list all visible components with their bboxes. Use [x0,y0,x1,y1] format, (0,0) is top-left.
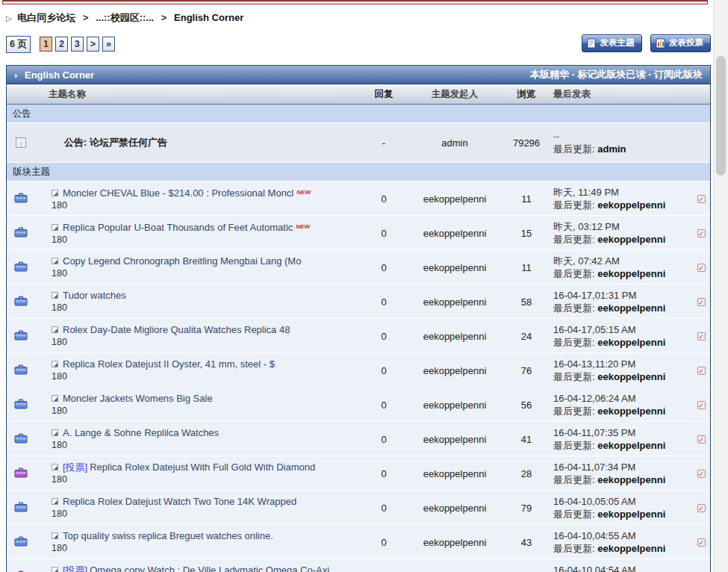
poll-prefix: [投票] [63,461,87,473]
table-row: Rolex Day-Date Migliore Qualita Watches … [7,319,710,353]
folder-icon [14,330,28,343]
last-post-user-link[interactable]: eekoppelpenni [597,337,665,348]
last-post-date: 16-04-13,11:20 PM [553,358,692,370]
last-post-user-link[interactable]: eekoppelpenni [597,371,665,382]
thread-title-link[interactable]: A. Lange & Sohne Replilca Watches [63,427,219,438]
page-1-button[interactable]: 1 [40,37,52,52]
thread-title-link[interactable]: Replica Popular U-Boat Thousands of Feet… [63,222,293,233]
post-indicator-icon[interactable] [52,429,58,436]
thread-title-link[interactable]: Omega copy Watch : De Ville Ladymatic Om… [90,565,329,572]
last-post-user-link[interactable]: eekoppelpenni [597,509,665,520]
next-page-button[interactable]: > [87,37,99,52]
starter-link[interactable]: eekoppelpenni [423,193,487,205]
column-views: 浏览 [500,88,553,101]
starter-link[interactable]: eekoppelpenni [423,296,487,308]
scrollbar-thumb[interactable] [716,56,726,175]
views-count: 79 [500,495,553,520]
post-indicator-icon[interactable] [52,498,58,505]
post-indicator-icon[interactable] [52,464,58,470]
last-update-label: 最后更新: [553,371,595,382]
checkbox-icon[interactable] [697,195,706,203]
board-links[interactable]: 本版精华 - 标记此版块已读 - 订阅此版块 [530,68,703,81]
starter-link[interactable]: eekoppelpenni [423,365,487,376]
last-post-date: 16-04-10,05:05 AM [553,495,692,508]
last-post-user-link[interactable]: eekoppelpenni [597,199,665,211]
post-indicator-icon[interactable] [52,292,58,299]
starter-link[interactable]: eekoppelpenni [423,331,487,342]
thread-subtext: 180 [35,508,358,520]
last-post-user-link[interactable]: eekoppelpenni [597,302,665,314]
page-3-button[interactable]: 3 [71,37,84,52]
checkbox-icon[interactable] [697,367,706,375]
announcement-last-date: -- [553,130,692,143]
table-row: Replica Popular U-Boat Thousands of Feet… [7,216,710,250]
new-topic-icon [587,38,597,49]
checkbox-icon[interactable] [697,401,706,409]
announcement-starter-link[interactable]: admin [441,137,467,149]
last-post-user-link[interactable]: eekoppelpenni [597,234,665,245]
starter-link[interactable]: eekoppelpenni [423,537,487,548]
last-page-button[interactable]: » [102,37,115,52]
post-indicator-icon[interactable] [52,395,58,402]
checkbox-icon[interactable] [697,538,706,547]
post-indicator-icon[interactable] [52,326,58,333]
thread-title-link[interactable]: Replica Rolex Datejust II Oyster, 41 mm,… [63,358,275,370]
post-indicator-icon[interactable] [52,361,58,367]
post-indicator-icon[interactable] [52,224,58,231]
thread-title-link[interactable]: Moncler Jackets Womens Big Sale [63,393,213,404]
table-row: [投票]Replica Rolex Datejust With Full Gol… [7,456,710,491]
thread-title-link[interactable]: Top quality swiss replica Breguet watche… [63,530,273,541]
replies-count: 0 [358,323,410,349]
starter-link[interactable]: eekoppelpenni [423,503,487,514]
new-topic-button[interactable]: 发表主题 [582,34,642,52]
checkbox-icon[interactable] [697,298,706,306]
last-update-label: 最后更新: [553,337,595,348]
starter-link[interactable]: eekoppelpenni [423,468,487,479]
starter-link[interactable]: eekoppelpenni [423,262,487,273]
replies-count: 0 [358,461,410,486]
last-post-user-link[interactable]: eekoppelpenni [597,268,665,279]
post-indicator-icon[interactable] [52,567,58,572]
checkbox-icon[interactable] [697,229,706,237]
checkbox-icon[interactable] [697,435,706,444]
folder-icon [14,433,28,446]
thread-title-link[interactable]: Rolex Day-Date Migliore Qualita Watches … [63,324,290,335]
table-row: Replica Rolex Datejust Watch Two Tone 14… [7,491,710,525]
last-post-date: 16-04-11,07:34 PM [553,461,692,473]
new-badge: NEW [296,189,311,196]
starter-link[interactable]: eekoppelpenni [423,400,487,411]
page-2-button[interactable]: 2 [55,37,68,52]
checkbox-icon[interactable] [697,504,706,512]
last-post-user-link[interactable]: eekoppelpenni [597,440,665,451]
checkbox-icon[interactable] [697,470,706,478]
checkbox-icon[interactable] [697,332,706,341]
last-post-user-link[interactable]: eekoppelpenni [597,543,665,554]
thread-title-link[interactable]: Copy Legend Chronograph Breitling Mengba… [63,255,301,267]
thread-subtext: 180 [35,267,358,279]
post-indicator-icon[interactable] [52,258,58,264]
last-post-user-link[interactable]: eekoppelpenni [597,405,665,417]
breadcrumb-arrow-icon: ▷ [6,14,12,22]
scrollbar-track[interactable] [713,0,728,572]
starter-link[interactable]: eekoppelpenni [423,434,487,445]
views-count: 11 [500,186,553,211]
breadcrumb-section-link[interactable]: ...::校园区::... [96,12,154,23]
thread-title-link[interactable]: Replica Rolex Datejust Watch Two Tone 14… [63,496,296,507]
thread-title-link[interactable]: Tudor watches [63,290,126,301]
new-poll-button[interactable]: 发表投票 [650,34,711,52]
thread-title-link[interactable]: Moncler CHEVAL Blue - $214.00 : Professi… [63,187,293,199]
post-indicator-icon[interactable] [52,532,58,539]
last-post-user-link[interactable]: eekoppelpenni [597,474,665,485]
checkbox-icon[interactable] [697,264,706,272]
starter-link[interactable]: eekoppelpenni [423,228,487,239]
thread-subtext: 180 [35,370,358,382]
views-count: 11 [500,255,553,280]
announcement-icon [16,137,26,148]
post-indicator-icon[interactable] [52,190,58,196]
last-post-date: 16-04-10,04:54 AM [553,564,692,572]
breadcrumb-root-link[interactable]: 电白同乡论坛 [17,12,75,23]
announcement-title-link[interactable]: 公告: 论坛严禁任何广告 [64,137,167,148]
thread-title-link[interactable]: Replica Rolex Datejust With Full Gold Wi… [90,461,315,473]
announcement-last-user-link[interactable]: admin [597,143,626,155]
thread-subtext: 180 [35,234,358,246]
